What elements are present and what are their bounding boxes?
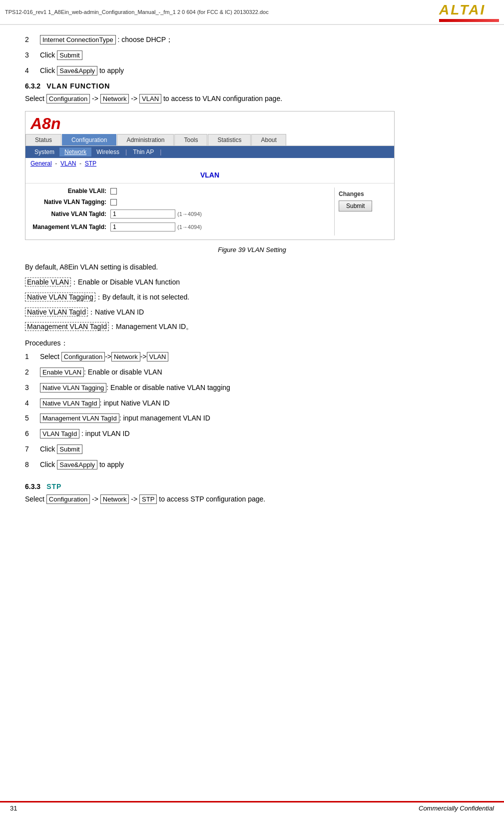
- proc-step-num-3: 3: [25, 384, 40, 392]
- nav-tools[interactable]: Tools: [174, 134, 207, 146]
- sub-nav: System Network Wireless | Thin AP |: [25, 146, 394, 158]
- step-4: 4 Click Save&Apply to apply: [25, 65, 479, 76]
- proc-step-6: 6 VLAN TagId : input VLAN ID: [25, 428, 479, 440]
- native-vlan-tagging-checkbox[interactable]: [110, 199, 117, 206]
- ui-screenshot: A8n Status Configuration Administration …: [25, 111, 395, 240]
- section-633: 6.3.3 STP Select Configuration -> Networ…: [25, 482, 479, 506]
- logo-bar: [439, 19, 499, 22]
- enable-vlall-label: Enable VLAll:: [30, 188, 110, 194]
- section-633-title: STP: [46, 482, 61, 490]
- proc-step-num-8: 8: [25, 460, 40, 468]
- step-text-2: Internet ConnectionType : choose DHCP；: [40, 34, 173, 46]
- altai-logo: ALTAI: [439, 2, 499, 18]
- native-vlan-tagging-term: Native VLAN Tagging: [25, 292, 95, 302]
- a8n-logo: A8n: [25, 112, 394, 134]
- enable-vlall-checkbox[interactable]: [110, 188, 117, 194]
- proc-step-text-6: VLAN TagId : input VLAN ID: [40, 428, 130, 440]
- proc-step-8: 8 Click Save&Apply to apply: [25, 459, 479, 470]
- desc-default: By default, A8Ein VLAN setting is disabl…: [25, 262, 479, 274]
- proc-enable-vlan: Enable VLAN: [40, 368, 84, 377]
- confidential-label: Commercially Confidential: [419, 804, 494, 812]
- proc-step-3: 3 Native VLAN Tagging: Enable or disable…: [25, 382, 479, 394]
- network-box: Network: [100, 94, 129, 104]
- internet-connection-type-label: Internet ConnectionType: [40, 35, 116, 44]
- breadcrumb-vlan[interactable]: VLAN: [60, 160, 76, 167]
- proc-step-4: 4 Native VLAN TagId: input Native VLAN I…: [25, 398, 479, 409]
- proc-step-1: 1 Select Configuration->Network->VLAN: [25, 351, 479, 362]
- nav-configuration[interactable]: Configuration: [62, 134, 116, 146]
- proc-step-text-1: Select Configuration->Network->VLAN: [40, 351, 168, 362]
- proc-step-text-3: Native VLAN Tagging: Enable or disable n…: [40, 382, 230, 394]
- section-632-num: 6.3.2: [25, 82, 40, 90]
- step-text-4: Click Save&Apply to apply: [40, 65, 124, 76]
- sub-nav-thin-ap[interactable]: Thin AP: [128, 148, 159, 156]
- sub-nav-sep2: |: [159, 148, 162, 156]
- proc-step-text-8: Click Save&Apply to apply: [40, 459, 124, 470]
- proc-vlan-tagid: VLAN TagId: [40, 429, 79, 438]
- proc-step-num-1: 1: [25, 352, 40, 360]
- sub-nav-wireless[interactable]: Wireless: [91, 148, 124, 156]
- proc-mgmt-vlan-tagid: Management VLAN TagId: [40, 414, 119, 423]
- nav-status[interactable]: Status: [25, 134, 61, 146]
- proc-step-5: 5 Management VLAN TagId: input managemen…: [25, 412, 479, 424]
- proc-step-text-2: Enable VLAN: Enable or disable VLAN: [40, 366, 162, 378]
- vlan-box: VLAN: [139, 94, 161, 104]
- section-632: 6.3.2 VLAN FUNCTION: [25, 82, 479, 90]
- desc-mgmt-tagid: Management VLAN TagId：Management VLAN ID…: [25, 321, 479, 333]
- step-num-2: 2: [25, 36, 40, 44]
- stp-config-box: Configuration: [46, 494, 90, 504]
- native-vlan-tagging-row: Native VLAN Tagging:: [30, 198, 329, 206]
- proc-step-num-2: 2: [25, 368, 40, 376]
- native-vlan-tagid-hint: (1→4094): [177, 211, 202, 217]
- save-apply-label-step4: Save&Apply: [57, 66, 97, 76]
- nav-statistics[interactable]: Statistics: [208, 134, 251, 146]
- management-vlan-tagid-label: Management VLAN TagId:: [30, 224, 110, 230]
- breadcrumb-general[interactable]: General: [30, 160, 52, 167]
- document-header: TPS12-016_rev1 1_A8Ein_web-admin_Configu…: [0, 0, 504, 25]
- section-633-num: 6.3.3: [25, 482, 40, 490]
- proc-step-num-7: 7: [25, 445, 40, 453]
- nav-administration[interactable]: Administration: [117, 134, 174, 146]
- sub-nav-sep: |: [124, 148, 128, 156]
- management-vlan-tagid-row: Management VLAN TagId: (1→4094): [30, 222, 329, 232]
- select-para-2: Select Configuration -> Network -> STP t…: [25, 494, 479, 506]
- proc-vlan-box: VLAN: [147, 352, 169, 362]
- step-num-3: 3: [25, 51, 40, 59]
- step-3: 3 Click Submit: [25, 50, 479, 61]
- sub-nav-system[interactable]: System: [29, 148, 59, 156]
- nav-bar: Status Configuration Administration Tool…: [25, 134, 394, 146]
- proc-native-vlan-tagid: Native VLAN TagId: [40, 398, 100, 408]
- step-2: 2 Internet ConnectionType : choose DHCP；: [25, 34, 479, 46]
- nav-about[interactable]: About: [251, 134, 286, 146]
- submit-label-step3: Submit: [57, 50, 82, 60]
- main-content: 2 Internet ConnectionType : choose DHCP；…: [0, 25, 504, 518]
- desc-native-tagid: Native VLAN TagId：Native VLAN ID: [25, 306, 479, 318]
- vlan-submit-button[interactable]: Submit: [339, 200, 372, 212]
- proc-config-box: Configuration: [61, 352, 105, 362]
- proc-save-apply-label: Save&Apply: [57, 460, 97, 470]
- vlan-title: VLAN: [25, 169, 394, 184]
- management-vlan-tagid-hint: (1→4094): [177, 224, 202, 230]
- proc-step-num-6: 6: [25, 430, 40, 438]
- native-vlan-tagging-label: Native VLAN Tagging:: [30, 198, 110, 206]
- desc-native-tagging: Native VLAN Tagging：By default, it is no…: [25, 292, 479, 304]
- page-number: 31: [10, 804, 17, 812]
- document-footer: 31 Commercially Confidential: [0, 801, 504, 814]
- step-text-3: Click Submit: [40, 50, 82, 61]
- breadcrumb-stp[interactable]: STP: [85, 160, 96, 167]
- enable-vlall-row: Enable VLAll:: [30, 188, 329, 194]
- management-vlan-tagid-term: Management VLAN TagId: [25, 322, 109, 331]
- management-vlan-tagid-input[interactable]: [110, 222, 175, 232]
- proc-submit-label: Submit: [57, 444, 82, 454]
- section-632-title: VLAN FUNCTION: [46, 82, 110, 90]
- native-vlan-tagid-input[interactable]: [110, 210, 175, 218]
- proc-step-text-5: Management VLAN TagId: input management …: [40, 412, 210, 424]
- sub-nav-network[interactable]: Network: [59, 148, 91, 156]
- vlan-body: Enable VLAll: Native VLAN Tagging: Nativ…: [25, 184, 394, 240]
- desc-enable-vlan: Enable VLAN：Enable or Disable VLAN funct…: [25, 276, 479, 288]
- proc-step-text-4: Native VLAN TagId: input Native VLAN ID: [40, 398, 170, 409]
- native-vlan-tagid-row: Native VLAN TagId: (1→4094): [30, 210, 329, 218]
- proc-step-2: 2 Enable VLAN: Enable or disable VLAN: [25, 366, 479, 378]
- proc-step-num-5: 5: [25, 414, 40, 422]
- proc-step-num-4: 4: [25, 399, 40, 407]
